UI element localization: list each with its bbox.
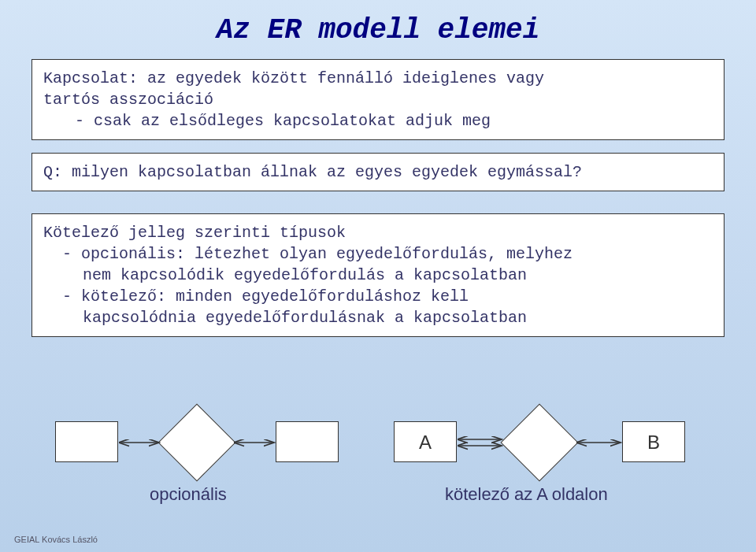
caption-optional: opcionális	[150, 484, 227, 505]
box1-line1: Kapcsolat: az egyedek között fennálló id…	[43, 68, 713, 89]
box2-line1: Q: milyen kapcsolatban állnak az egyes e…	[43, 161, 713, 183]
box1-line2: tartós asszociáció	[43, 89, 713, 110]
box3-line1: Kötelező jelleg szerinti típusok	[43, 222, 713, 243]
er-diagram-row: opcionális A B kötelező az A o	[0, 413, 756, 500]
slide-title: Az ER modell elemei	[0, 0, 756, 46]
footer-author: GEIAL Kovács László	[14, 535, 98, 544]
connector-right	[394, 413, 693, 476]
box3-line4: - kötelező: minden egyedelőforduláshoz k…	[43, 286, 713, 307]
box3-line5: kapcsolódnia egyedelőfordulásnak a kapcs…	[43, 307, 713, 328]
box3-line2: - opcionális: létezhet olyan egyedelőfor…	[43, 243, 713, 265]
types-box: Kötelező jelleg szerinti típusok - opcio…	[32, 213, 724, 337]
question-box: Q: milyen kapcsolatban állnak az egyes e…	[32, 153, 724, 191]
box1-line3: - csak az elsődleges kapcsolatokat adjuk…	[43, 110, 713, 132]
box3-line3: nem kapcsolódik egyedelőfordulás a kapcs…	[43, 265, 713, 286]
connector-left	[55, 413, 339, 476]
definition-box: Kapcsolat: az egyedek között fennálló id…	[32, 59, 724, 140]
caption-mandatory: kötelező az A oldalon	[445, 484, 608, 505]
